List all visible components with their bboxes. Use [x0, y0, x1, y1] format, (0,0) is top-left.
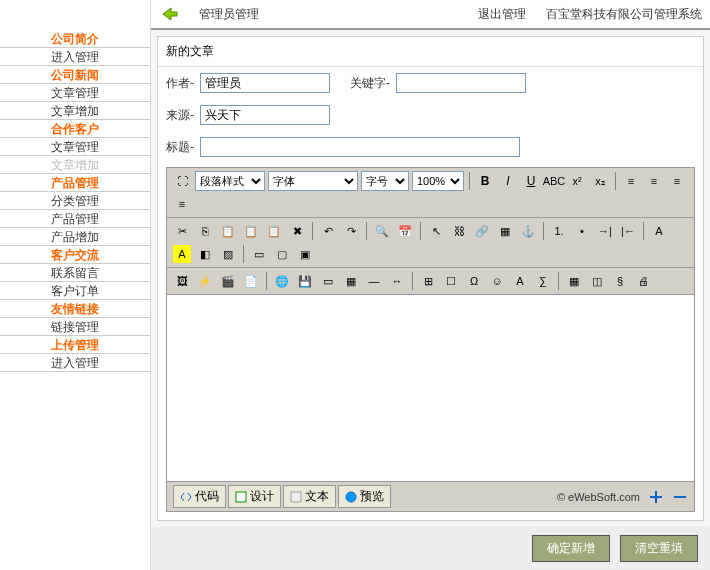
sidebar-item-article-add[interactable]: 文章增加 [0, 102, 150, 120]
fieldset-icon[interactable]: ▭ [318, 271, 338, 291]
unlink-icon[interactable]: ⛓ [449, 221, 469, 241]
main-area: 管理员管理 退出管理 百宝堂科技有限公司管理系统 新的文章 作者- 关键字- 来… [150, 0, 710, 570]
forecolor-icon[interactable]: A [649, 221, 669, 241]
bgimage-icon[interactable]: ▨ [218, 244, 238, 264]
sidebar-cat-news[interactable]: 公司新闻 [0, 66, 150, 84]
ol-icon[interactable]: 1. [549, 221, 569, 241]
excel-icon[interactable]: ▦ [564, 271, 584, 291]
source-input[interactable] [200, 105, 330, 125]
sidebar-item-order[interactable]: 客户订单 [0, 282, 150, 300]
sidebar-item-enter[interactable]: 进入管理 [0, 48, 150, 66]
undo-icon[interactable]: ↶ [318, 221, 338, 241]
backcolor-icon[interactable]: A [172, 244, 192, 264]
remote-icon[interactable]: 🌐 [272, 271, 292, 291]
image-icon[interactable]: 🖼 [172, 271, 192, 291]
sidebar-item-enter2[interactable]: 进入管理 [0, 354, 150, 372]
panel-title: 新的文章 [158, 37, 703, 67]
outdent-icon[interactable]: |← [618, 221, 638, 241]
template-icon[interactable]: ◫ [587, 271, 607, 291]
sub-icon[interactable]: x₂ [590, 171, 610, 191]
abs-icon[interactable]: ▭ [249, 244, 269, 264]
flash-icon[interactable]: ⚡ [195, 271, 215, 291]
mode-design[interactable]: 设计 [228, 485, 281, 508]
back-icon2[interactable]: ▣ [295, 244, 315, 264]
sidebar-item-message[interactable]: 联系留言 [0, 264, 150, 282]
form-icon[interactable]: ☐ [441, 271, 461, 291]
font-select[interactable]: 字体 [268, 171, 358, 191]
sidebar-item-category[interactable]: 分类管理 [0, 192, 150, 210]
paste-word-icon[interactable]: 📋 [264, 221, 284, 241]
keyword-input[interactable] [396, 73, 526, 93]
align-right-icon[interactable]: ≡ [667, 171, 687, 191]
symbol-icon[interactable]: § [610, 271, 630, 291]
date-icon[interactable]: 📅 [395, 221, 415, 241]
sidebar-item-product-add[interactable]: 产品增加 [0, 228, 150, 246]
logout-link[interactable]: 退出管理 [478, 6, 526, 23]
strike-icon[interactable]: ABC [544, 171, 564, 191]
table-icon[interactable]: ⊞ [418, 271, 438, 291]
sidebar-cat-link[interactable]: 友情链接 [0, 300, 150, 318]
media-icon[interactable]: 🎬 [218, 271, 238, 291]
mode-code[interactable]: 代码 [173, 485, 226, 508]
sidebar-cat-product[interactable]: 产品管理 [0, 174, 150, 192]
back-icon[interactable] [159, 6, 179, 22]
delete-icon[interactable]: ✖ [287, 221, 307, 241]
print-icon[interactable]: 🖨 [633, 271, 653, 291]
redo-icon[interactable]: ↷ [341, 221, 361, 241]
author-input[interactable] [200, 73, 330, 93]
plus-icon[interactable] [648, 489, 664, 505]
find-icon[interactable]: 🔍 [372, 221, 392, 241]
title-input[interactable] [200, 137, 520, 157]
file-icon[interactable]: 📄 [241, 271, 261, 291]
emoticon-icon[interactable]: ☺ [487, 271, 507, 291]
paste-text-icon[interactable]: 📋 [241, 221, 261, 241]
front-icon[interactable]: ▢ [272, 244, 292, 264]
mode-preview[interactable]: 预览 [338, 485, 391, 508]
bold-icon[interactable]: B [475, 171, 495, 191]
pointer-icon[interactable]: ↖ [426, 221, 446, 241]
sidebar-cat-upload[interactable]: 上传管理 [0, 336, 150, 354]
italic-icon[interactable]: I [498, 171, 518, 191]
minus-icon[interactable] [672, 489, 688, 505]
toolbar-row-3: 🖼 ⚡ 🎬 📄 🌐 💾 ▭ ▦ — ↔ ⊞ ☐ Ω ☺ A ∑ ▦ ◫ § 🖨 [167, 268, 694, 295]
ul-icon[interactable]: • [572, 221, 592, 241]
zoom-select[interactable]: 100% [412, 171, 464, 191]
image-map-icon[interactable]: ▦ [495, 221, 515, 241]
rich-editor: ⛶ 段落样式 字体 字号 100% B I U ABC x² x₂ ≡ ≡ ≡ … [166, 167, 695, 512]
mode-text[interactable]: 文本 [283, 485, 336, 508]
sidebar-item-link-manage[interactable]: 链接管理 [0, 318, 150, 336]
special-icon[interactable]: Ω [464, 271, 484, 291]
expand-icon[interactable]: ⛶ [172, 171, 192, 191]
hr-icon[interactable]: — [364, 271, 384, 291]
marquee-icon[interactable]: ↔ [387, 271, 407, 291]
svg-rect-1 [291, 492, 301, 502]
submit-button[interactable]: 确定新增 [532, 535, 610, 562]
super-icon[interactable]: x² [567, 171, 587, 191]
iframe-icon[interactable]: ▦ [341, 271, 361, 291]
art-icon[interactable]: A [510, 271, 530, 291]
sidebar-item-article-manage2[interactable]: 文章管理 [0, 138, 150, 156]
local-icon[interactable]: 💾 [295, 271, 315, 291]
cut-icon[interactable]: ✂ [172, 221, 192, 241]
editor-canvas[interactable] [167, 295, 694, 481]
sidebar-cat-partner[interactable]: 合作客户 [0, 120, 150, 138]
bgcolor-icon[interactable]: ◧ [195, 244, 215, 264]
sidebar-cat-customer[interactable]: 客户交流 [0, 246, 150, 264]
paste-icon[interactable]: 📋 [218, 221, 238, 241]
reset-button[interactable]: 清空重填 [620, 535, 698, 562]
anchor-icon[interactable]: ⚓ [518, 221, 538, 241]
sidebar-cat-company[interactable]: 公司简介 [0, 30, 150, 48]
indent-icon[interactable]: →| [595, 221, 615, 241]
align-left-icon[interactable]: ≡ [621, 171, 641, 191]
align-center-icon[interactable]: ≡ [644, 171, 664, 191]
sidebar-item-article-manage[interactable]: 文章管理 [0, 84, 150, 102]
size-select[interactable]: 字号 [361, 171, 409, 191]
paragraph-select[interactable]: 段落样式 [195, 171, 265, 191]
sidebar-item-product-manage[interactable]: 产品管理 [0, 210, 150, 228]
align-justify-icon[interactable]: ≡ [172, 194, 192, 214]
underline-icon[interactable]: U [521, 171, 541, 191]
equation-icon[interactable]: ∑ [533, 271, 553, 291]
link-icon[interactable]: 🔗 [472, 221, 492, 241]
copy-icon[interactable]: ⎘ [195, 221, 215, 241]
sidebar-item-article-add2: 文章增加 [0, 156, 150, 174]
